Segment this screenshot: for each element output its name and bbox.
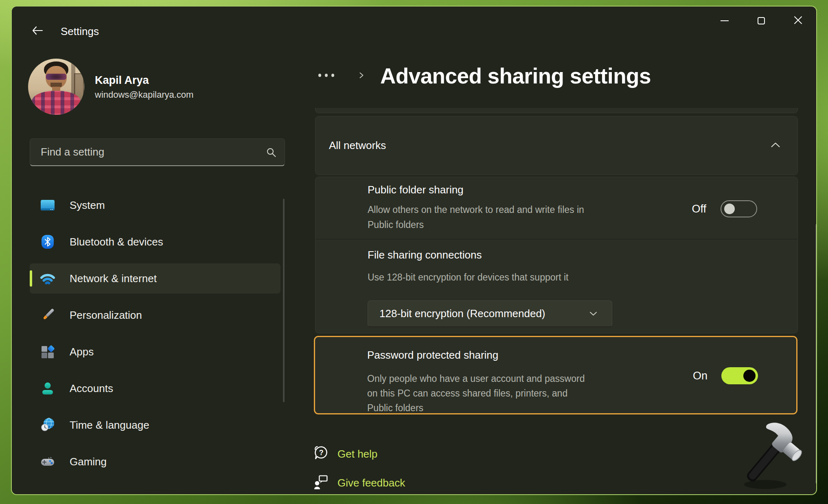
public-folder-sharing-title: Public folder sharing: [368, 184, 464, 196]
section-title: All networks: [329, 139, 771, 152]
search-box: [30, 138, 285, 166]
profile-name: Kapil Arya: [95, 74, 149, 87]
user-profile[interactable]: Kapil Arya windows@kapilarya.com: [28, 59, 280, 116]
file-sharing-connections-description: Use 128-bit encryption for devices that …: [368, 270, 701, 285]
get-help-label: Get help: [337, 448, 377, 460]
sidebar-item-network-internet[interactable]: Network & internet: [30, 263, 280, 294]
chevron-down-icon: [589, 310, 597, 318]
search-input[interactable]: [41, 139, 261, 165]
password-protected-sharing-card: Password protected sharing Only people w…: [314, 336, 797, 414]
sidebar-item-accounts[interactable]: Accounts: [30, 373, 280, 403]
encryption-dropdown-value: 128-bit encryption (Recommended): [379, 307, 589, 320]
minimize-icon: [721, 20, 729, 21]
encryption-dropdown[interactable]: 128-bit encryption (Recommended): [368, 300, 612, 327]
toggle-knob: [743, 370, 756, 382]
public-folder-sharing-toggle[interactable]: [721, 200, 757, 217]
sidebar-item-label: System: [70, 199, 105, 212]
chevron-up-icon: [771, 142, 780, 149]
sidebar-item-bluetooth-devices[interactable]: Bluetooth & devices: [30, 227, 280, 257]
avatar: [28, 59, 84, 115]
profile-email: windows@kapilarya.com: [95, 90, 193, 100]
chevron-right-icon: [359, 70, 364, 83]
sidebar-item-label: Bluetooth & devices: [70, 236, 163, 248]
sidebar-item-gaming[interactable]: Gaming: [30, 447, 280, 477]
minimize-button[interactable]: [706, 7, 743, 35]
sidebar-item-label: Personalization: [70, 309, 142, 322]
desktop-wallpaper: Settings Kapil Arya windows@kapilarya.co…: [0, 0, 828, 504]
settings-window: Settings Kapil Arya windows@kapilarya.co…: [11, 6, 817, 495]
sidebar-item-time-language[interactable]: Time & language: [30, 410, 280, 440]
bluetooth-icon: [40, 234, 55, 249]
back-arrow-icon: [32, 26, 43, 36]
apps-icon: [40, 344, 55, 359]
app-title: Settings: [61, 25, 99, 38]
page-title: Advanced sharing settings: [380, 64, 651, 88]
back-button[interactable]: [29, 23, 46, 39]
accounts-icon: [40, 381, 55, 396]
public-folder-sharing-toggle-label: Off: [670, 203, 706, 215]
main-scrollbar[interactable]: [816, 224, 817, 484]
give-feedback-label: Give feedback: [337, 477, 405, 489]
sidebar-item-personalization[interactable]: Personalization: [30, 300, 280, 330]
time-language-icon: [40, 418, 55, 432]
sidebar-item-label: Network & internet: [70, 272, 157, 285]
password-protected-sharing-title: Password protected sharing: [367, 349, 498, 362]
give-feedback-link[interactable]: Give feedback: [313, 474, 405, 491]
close-icon: [794, 16, 802, 26]
maximize-button[interactable]: [743, 7, 780, 35]
maximize-icon: [758, 17, 765, 24]
password-protected-sharing-description: Only people who have a user account and …: [367, 371, 585, 415]
sharing-settings-card: Public folder sharing Allow others on th…: [315, 177, 798, 333]
give-feedback-icon: [313, 474, 329, 491]
system-icon: [40, 198, 55, 213]
sidebar-item-label: Gaming: [70, 456, 107, 468]
password-protected-sharing-toggle-label: On: [671, 370, 708, 382]
sidebar-item-label: Accounts: [70, 382, 113, 395]
hammer-logo: [740, 423, 805, 495]
close-button[interactable]: [780, 7, 816, 35]
row-divider: [315, 239, 797, 239]
sidebar-scrollbar[interactable]: [283, 199, 285, 402]
search-icon[interactable]: [266, 147, 276, 159]
sidebar-item-system[interactable]: System: [30, 190, 280, 220]
public-folder-sharing-description: Allow others on the network to read and …: [368, 202, 598, 232]
breadcrumb-ellipsis-button[interactable]: [317, 72, 336, 79]
wifi-icon: [40, 271, 55, 286]
window-controls: [706, 7, 816, 35]
sidebar-item-label: Time & language: [70, 419, 149, 432]
previous-card-sliver: [315, 108, 798, 113]
personalization-icon: [40, 308, 55, 322]
sidebar-item-label: Apps: [70, 346, 94, 358]
gaming-icon: [40, 454, 55, 469]
file-sharing-connections-title: File sharing connections: [368, 249, 482, 261]
sidebar-nav: System Bluetooth & devices Network & int…: [30, 190, 280, 477]
get-help-link[interactable]: ? Get help: [313, 445, 377, 463]
sidebar-item-apps[interactable]: Apps: [30, 337, 280, 367]
password-protected-sharing-toggle[interactable]: [721, 367, 758, 384]
toggle-knob: [724, 204, 735, 214]
get-help-icon: ?: [313, 445, 329, 463]
svg-text:?: ?: [319, 449, 324, 457]
all-networks-expander[interactable]: All networks: [315, 116, 798, 175]
